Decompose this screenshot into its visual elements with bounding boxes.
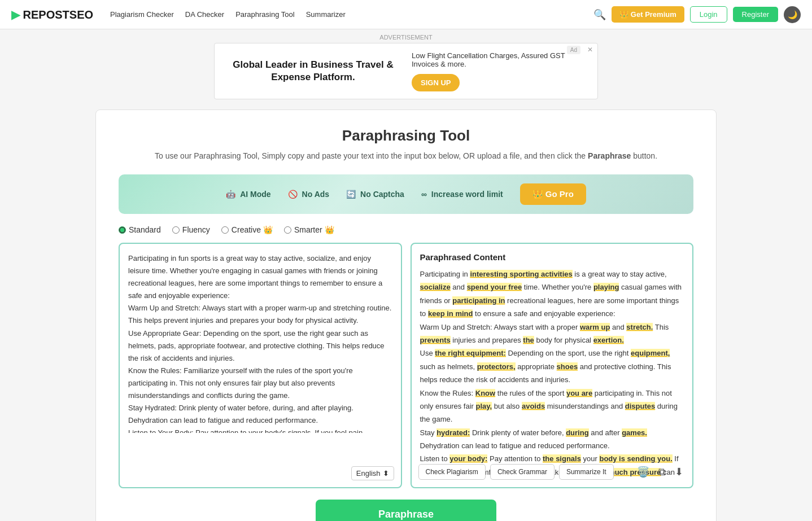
highlight-word: participating in bbox=[452, 296, 505, 305]
highlight-word: shoes bbox=[557, 362, 578, 371]
mode-standard[interactable]: Standard bbox=[119, 225, 161, 234]
highlight-word: play, bbox=[476, 402, 492, 410]
pro-word-limit: ∞ Increase word limit bbox=[421, 190, 503, 199]
input-textarea[interactable]: Participating in fun sports is a great w… bbox=[128, 252, 392, 433]
input-panel: Participating in fun sports is a great w… bbox=[119, 243, 402, 488]
output-panel: Paraphrased Content Participating in int… bbox=[411, 243, 694, 488]
highlight-word: protectors, bbox=[477, 362, 516, 371]
pro-banner: 🤖 AI Mode 🚫 No Ads 🔄 No Captcha ∞ Increa… bbox=[119, 174, 693, 214]
highlight-word: your body: bbox=[449, 454, 487, 463]
pro-no-captcha: 🔄 No Captcha bbox=[346, 190, 404, 199]
highlight-word: interesting sporting activities bbox=[470, 270, 572, 278]
ad-banner-top: ADVERTISEMENT Global Leader in Business … bbox=[0, 29, 812, 104]
pro-no-ads: 🚫 No Ads bbox=[288, 190, 329, 199]
highlight-word: playing bbox=[593, 283, 619, 291]
dark-mode-toggle[interactable]: 🌙 bbox=[784, 6, 801, 23]
highlight-word: Know bbox=[475, 389, 495, 397]
pro-ai-mode: 🤖 AI Mode bbox=[226, 190, 270, 199]
premium-button[interactable]: 👑 Get Premium bbox=[612, 6, 684, 23]
language-selector[interactable]: English ⬍ bbox=[351, 466, 394, 480]
logo-text: REPOSTSEO bbox=[23, 8, 93, 21]
highlight-word: you are bbox=[566, 389, 592, 397]
mode-creative[interactable]: Creative 👑 bbox=[221, 225, 273, 234]
ad-close-icon[interactable]: ✕ bbox=[587, 46, 593, 54]
delete-icon[interactable]: 🗑️ bbox=[635, 463, 652, 480]
register-button[interactable]: Register bbox=[733, 7, 778, 22]
editor-area: Participating in fun sports is a great w… bbox=[119, 243, 693, 488]
search-icon[interactable]: 🔍 bbox=[593, 8, 606, 21]
navbar: ▶ REPOSTSEO Plagiarism Checker DA Checke… bbox=[0, 0, 812, 29]
highlight-word: disputes bbox=[625, 402, 655, 410]
logo: ▶ REPOSTSEO bbox=[11, 8, 93, 21]
copy-icon[interactable]: ⧉ bbox=[656, 464, 668, 480]
download-icon[interactable]: ⬇ bbox=[673, 463, 686, 480]
ad-signup-button[interactable]: SIGN UP bbox=[412, 74, 460, 91]
ad-top-left: Global Leader in Business Travel & Expen… bbox=[226, 59, 400, 84]
highlight-word: the right equipment: bbox=[435, 349, 506, 357]
highlight-word: the bbox=[523, 336, 534, 344]
mode-selector: Standard Fluency Creative 👑 Smarter 👑 bbox=[119, 225, 693, 234]
highlight-word: keep in mind bbox=[428, 309, 473, 318]
check-grammar-button[interactable]: Check Grammar bbox=[490, 464, 555, 480]
navbar-right: 🔍 👑 Get Premium Login Register 🌙 bbox=[593, 6, 801, 23]
output-action-bar: Check Plagiarism Check Grammar Summarize… bbox=[418, 463, 686, 480]
login-button[interactable]: Login bbox=[690, 6, 727, 23]
highlight-word: avoids bbox=[522, 402, 545, 410]
ad-tagline: Low Flight Cancellation Charges, Assured… bbox=[412, 51, 586, 68]
highlight-word: socialize bbox=[420, 283, 451, 291]
ad-top-label: ADVERTISEMENT bbox=[5, 34, 807, 41]
check-plagiarism-button[interactable]: Check Plagiarism bbox=[418, 464, 486, 480]
highlight-word: spend your free bbox=[467, 283, 522, 291]
nav-summarizer[interactable]: Summarizer bbox=[306, 10, 346, 19]
nav-links: Plagiarism Checker DA Checker Paraphrasi… bbox=[110, 10, 593, 19]
highlight-word: equipment, bbox=[631, 349, 670, 357]
highlight-word: warm up bbox=[580, 323, 610, 331]
highlight-word: the signals bbox=[543, 454, 581, 463]
ad-top-content: Global Leader in Business Travel & Expen… bbox=[214, 43, 598, 99]
ad-headline: Global Leader in Business Travel & Expen… bbox=[226, 59, 400, 84]
output-title: Paraphrased Content bbox=[420, 252, 684, 262]
mode-smarter[interactable]: Smarter 👑 bbox=[284, 225, 334, 234]
nav-paraphrasing[interactable]: Paraphrasing Tool bbox=[235, 10, 295, 19]
mode-fluency[interactable]: Fluency bbox=[172, 225, 210, 234]
paraphrased-text: Participating in interesting sporting ac… bbox=[420, 268, 684, 479]
highlight-word: during bbox=[566, 428, 588, 437]
highlight-word: exertion. bbox=[593, 336, 624, 344]
highlight-word: prevents bbox=[420, 336, 451, 344]
summarize-button[interactable]: Summarize It bbox=[559, 464, 614, 480]
nav-plagiarism[interactable]: Plagiarism Checker bbox=[110, 10, 174, 19]
paraphrase-section: Paraphrase bbox=[119, 500, 693, 521]
highlight-word: body is sending you. bbox=[599, 454, 672, 463]
nav-da-checker[interactable]: DA Checker bbox=[185, 10, 224, 19]
tool-subtitle: To use our Paraphrasing Tool, Simply cop… bbox=[119, 151, 693, 160]
paraphrase-button[interactable]: Paraphrase bbox=[316, 500, 496, 521]
highlight-word: hydrated: bbox=[436, 428, 470, 437]
ad-badge: Ad bbox=[567, 46, 580, 54]
highlight-word: games. bbox=[622, 428, 647, 437]
page-title: Paraphrasing Tool bbox=[119, 127, 693, 145]
main-container: Paraphrasing Tool To use our Paraphrasin… bbox=[95, 110, 717, 521]
ad-top-right: Low Flight Cancellation Charges, Assured… bbox=[400, 51, 586, 91]
highlight-word: stretch. bbox=[626, 323, 653, 331]
go-pro-button[interactable]: 👑 Go Pro bbox=[520, 183, 586, 205]
